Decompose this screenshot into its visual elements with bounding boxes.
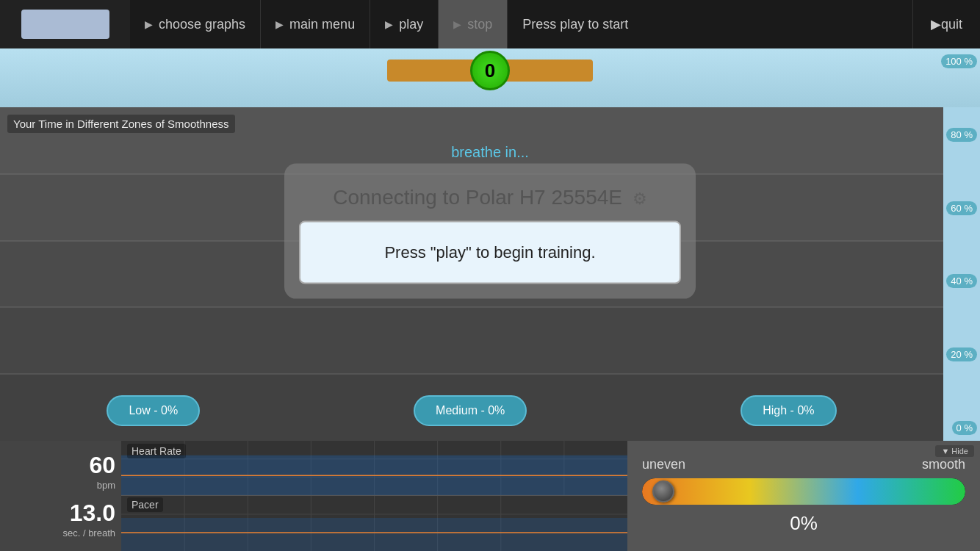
smoothness-percent: 0% bbox=[642, 512, 965, 535]
play-label: play bbox=[399, 17, 423, 32]
pacer-svg bbox=[121, 496, 627, 551]
stop-label: stop bbox=[467, 17, 492, 32]
pacer-unit: sec. / breath bbox=[62, 527, 115, 539]
stop-arrow: ▶ bbox=[453, 18, 461, 30]
y-axis: 100 % 80 % 60 % 40 % 20 % 0 % bbox=[943, 48, 980, 441]
heart-rate-value: 60 bbox=[6, 453, 115, 478]
connecting-text: Connecting to Polar H7 25554E ⚙ bbox=[299, 186, 681, 209]
smoothness-labels: uneven smooth bbox=[642, 457, 965, 472]
main-area: 0 Your Time in Different Zones of Smooth… bbox=[0, 48, 980, 441]
app-logo bbox=[21, 10, 109, 39]
timer-track: 0 bbox=[387, 60, 593, 82]
bottom-bar: 60 bpm 13.0 sec. / breath Heart Rate bbox=[0, 441, 980, 551]
main-menu-arrow: ▶ bbox=[275, 18, 284, 30]
heart-rate-svg bbox=[121, 441, 627, 495]
choose-graphs-button[interactable]: ▶ choose graphs bbox=[130, 0, 261, 48]
y-label-40: 40 % bbox=[946, 274, 977, 288]
y-label-100: 100 % bbox=[941, 54, 977, 68]
connecting-text-value: Connecting to Polar H7 25554E bbox=[333, 186, 622, 209]
pacer-value: 13.0 bbox=[6, 500, 115, 526]
heart-rate-unit: bpm bbox=[97, 480, 115, 491]
zone-medium-label: Medium - 0% bbox=[414, 395, 527, 426]
breathe-text: breathe in... bbox=[451, 144, 529, 161]
smoothness-bar-container[interactable] bbox=[642, 478, 965, 505]
y-label-20: 20 % bbox=[946, 347, 977, 361]
status-text: Press play to start bbox=[508, 17, 912, 32]
svg-rect-20 bbox=[121, 518, 627, 551]
heart-rate-block: 60 bpm bbox=[6, 453, 115, 491]
stop-button[interactable]: ▶ stop bbox=[439, 0, 508, 48]
connecting-overlay: Connecting to Polar H7 25554E ⚙ Press "p… bbox=[284, 164, 696, 299]
logo-area bbox=[0, 0, 130, 48]
y-label-0: 0 % bbox=[952, 421, 977, 435]
quit-button[interactable]: ▶ quit bbox=[912, 0, 980, 48]
play-button[interactable]: ▶ play bbox=[370, 0, 439, 48]
timer-bar: 0 bbox=[387, 60, 593, 82]
stats-panel: 60 bpm 13.0 sec. / breath bbox=[0, 441, 121, 551]
play-arrow: ▶ bbox=[385, 18, 393, 30]
chart-title: Your Time in Different Zones of Smoothne… bbox=[7, 115, 235, 133]
quit-label: quit bbox=[941, 17, 962, 32]
smoothness-knob[interactable] bbox=[652, 480, 674, 503]
y-label-80: 80 % bbox=[946, 128, 977, 142]
graph-panel: Heart Rate Pacer bbox=[121, 441, 627, 551]
heart-rate-graph-label: Heart Rate bbox=[127, 444, 186, 458]
play-dialog: Press "play" to begin training. bbox=[299, 221, 681, 284]
pacer-block: 13.0 sec. / breath bbox=[6, 500, 115, 539]
timer-value: 0 bbox=[470, 51, 510, 90]
smoothness-right-label: smooth bbox=[922, 457, 965, 472]
choose-graphs-label: choose graphs bbox=[159, 17, 245, 32]
zone-labels: Low - 0% Medium - 0% High - 0% bbox=[0, 395, 943, 426]
hide-button[interactable]: ▼ Hide bbox=[935, 445, 974, 457]
connecting-spinner: ⚙ bbox=[633, 190, 647, 209]
main-menu-label: main menu bbox=[289, 17, 355, 32]
choose-graphs-arrow: ▶ bbox=[145, 18, 153, 30]
navbar: ▶ choose graphs ▶ main menu ▶ play ▶ sto… bbox=[0, 0, 980, 48]
y-label-60: 60 % bbox=[946, 201, 977, 215]
play-prompt: Press "play" to begin training. bbox=[384, 243, 595, 262]
main-menu-button[interactable]: ▶ main menu bbox=[261, 0, 370, 48]
smoothness-panel: ▼ Hide uneven smooth 0% bbox=[627, 441, 980, 551]
smoothness-left-label: uneven bbox=[642, 457, 685, 472]
zone-high-label: High - 0% bbox=[741, 395, 836, 426]
smoothness-bar bbox=[642, 478, 965, 505]
zone-low-label: Low - 0% bbox=[107, 395, 200, 426]
pacer-graph-label: Pacer bbox=[127, 497, 163, 512]
status-label: Press play to start bbox=[522, 17, 628, 32]
quit-arrow: ▶ bbox=[931, 16, 941, 32]
